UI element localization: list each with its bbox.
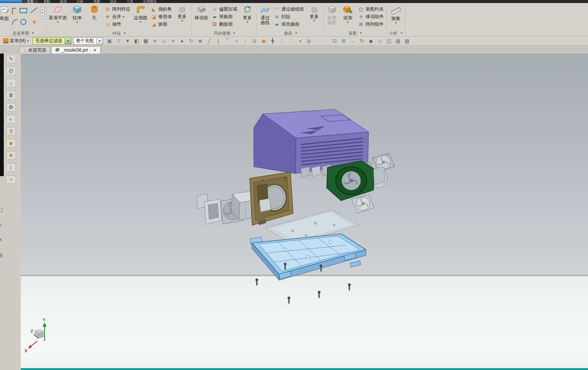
background-icon[interactable]: ▧ xyxy=(403,37,412,45)
datum-plane-button[interactable]: 基准平面▾ xyxy=(48,4,68,24)
touch-panel-icon[interactable]: ✶ xyxy=(6,175,16,184)
ribbon-tab-application[interactable]: 应用模块 xyxy=(138,0,162,3)
doc-tool-icon[interactable]: ▤ xyxy=(0,252,4,258)
select-body-icon[interactable]: ▦ xyxy=(141,37,150,45)
sketch-dropdown-bottom[interactable]: ▾ xyxy=(40,13,45,19)
sketch-button[interactable]: 草图 xyxy=(0,4,9,21)
arc-snap-icon[interactable]: ⌒ xyxy=(223,37,232,45)
assembly-navigator-icon[interactable]: ⌂ xyxy=(6,79,16,87)
ribbon-tab-analysis[interactable]: 分析 xyxy=(72,0,88,3)
circle-tool-icon[interactable]: ◯ xyxy=(0,206,4,213)
part-bottom-chassis[interactable] xyxy=(250,234,366,280)
sweep-button[interactable]: ≋扫掠 xyxy=(273,13,305,20)
through-curve-mesh-button[interactable]: ◠通过曲线组 xyxy=(273,6,305,13)
pattern-feature-button[interactable]: ⊞阵列特征 xyxy=(103,6,131,13)
reuse-library-icon[interactable]: ◐ xyxy=(6,115,16,123)
snapshot-icon[interactable]: ▣ xyxy=(105,37,114,45)
end-point-icon[interactable]: ╱ xyxy=(205,37,214,45)
sketch-tools-gallery[interactable]: ▾ ▾ xyxy=(10,4,45,26)
offset-region-button[interactable]: ▱偏置区域 xyxy=(210,6,238,13)
fit-window-icon[interactable]: ⊡ xyxy=(330,37,339,45)
show-hide-icon[interactable]: ∅ xyxy=(6,67,16,75)
rotate-view-icon[interactable]: ↻ xyxy=(357,37,366,45)
group-launcher-sync[interactable]: ▾ xyxy=(233,32,235,35)
tab-welcome-page[interactable]: ⌂ 欢迎页面 xyxy=(20,46,50,54)
note-tool-icon[interactable]: ✎ xyxy=(0,221,4,228)
shell-button[interactable]: ⊔抽壳 xyxy=(103,21,131,28)
menu-button[interactable]: 菜单(M)▾ xyxy=(2,37,31,45)
tangent-snap-icon[interactable]: ∶ xyxy=(286,37,295,45)
ribbon-tab-tools[interactable]: 工具 xyxy=(122,0,138,3)
web-browser-icon[interactable]: ■ xyxy=(6,139,16,147)
ribbon-tab-assembly[interactable]: 装配 xyxy=(39,0,55,3)
group-launcher-direct-sketch[interactable]: ▾ xyxy=(32,32,34,35)
selection-scope-dropdown-icon[interactable]: ▼ xyxy=(96,38,103,44)
draft-button[interactable]: ◢拔模 xyxy=(150,21,173,28)
through-curves-button[interactable]: 通过曲线 xyxy=(258,4,272,25)
feature-more-button[interactable]: ▤ 更多▾ xyxy=(174,4,190,23)
close-tool-icon[interactable]: ✕ xyxy=(0,236,4,243)
file-menu-button[interactable] xyxy=(0,0,22,3)
refresh-icon[interactable]: ↻ xyxy=(187,37,196,45)
hd3d-tools-icon[interactable]: ⇧ xyxy=(6,127,16,135)
face-snap-icon[interactable]: ◎ xyxy=(304,37,313,45)
view-section-icon[interactable]: ◫ xyxy=(384,37,394,45)
roles-brush-icon[interactable]: ✎ xyxy=(6,55,16,63)
move-component-button[interactable]: ✛移动组件 xyxy=(357,13,385,20)
group-launcher-feature[interactable]: ▾ xyxy=(124,32,125,35)
select-assembly-icon[interactable]: ≡ xyxy=(150,37,159,45)
part-navigator-icon[interactable]: ⚙ xyxy=(6,103,16,111)
mid-point-icon[interactable]: ∣ xyxy=(214,37,223,45)
shaded-display-icon[interactable]: ◆ xyxy=(366,37,375,45)
render-style-icon[interactable]: ▤ xyxy=(394,37,403,45)
point-constructor-icon[interactable]: ⊕ xyxy=(196,37,205,45)
unite-button[interactable]: ❖合并▾ xyxy=(103,13,131,20)
ribbon-tab-curve[interactable]: 曲线 xyxy=(55,0,72,3)
ribbon-tab-render[interactable]: 渲染 xyxy=(105,0,122,3)
half-shade-icon[interactable]: ◑ xyxy=(295,37,304,45)
trim-body-button[interactable]: ◪修剪体 xyxy=(150,13,173,20)
selection-filter-combo[interactable]: 无选择过滤器 ▼ xyxy=(32,37,71,45)
interpart-select-icon[interactable]: ◇ xyxy=(159,37,168,45)
selection-scope-combo[interactable]: 整个装配 ▼ xyxy=(73,37,103,45)
vertical-snap-icon[interactable]: ↑ xyxy=(241,37,250,45)
fill-surface-button[interactable]: ▰填充曲面 xyxy=(273,21,305,28)
ribbon-tab-home[interactable]: 主页 xyxy=(22,0,39,3)
pin-tab-icon[interactable]: ▫ xyxy=(90,48,91,52)
snap-point-toggle-icon[interactable]: ● xyxy=(177,37,187,45)
system-scenes-icon[interactable]: ↕ xyxy=(6,163,16,172)
move-face-button[interactable]: 移动面 xyxy=(193,4,210,20)
add-component-button[interactable]: 添加▾ xyxy=(340,4,356,24)
assembly-constraints-button[interactable]: ◫装配约束 xyxy=(357,6,385,13)
hole-button[interactable]: 孔 xyxy=(86,4,103,20)
graphics-viewport[interactable]: Y X Z xyxy=(21,54,588,370)
group-launcher-analysis[interactable]: ▾ xyxy=(401,32,402,35)
group-launcher-assembly[interactable]: ▾ xyxy=(360,32,361,35)
pattern-component-button[interactable]: ⊞阵列组件 xyxy=(357,21,385,28)
grid-snap-icon[interactable]: ╋ xyxy=(268,37,277,45)
constraint-navigator-icon[interactable]: ≣ xyxy=(6,91,16,99)
sync-more-button[interactable]: 更多▾ xyxy=(239,4,256,24)
selection-filter-dropdown-icon[interactable]: ▼ xyxy=(65,38,71,44)
spline-snap-icon[interactable]: ≈ xyxy=(232,37,241,45)
ribbon-tab-view[interactable]: 视图 xyxy=(88,0,105,3)
close-tab-icon[interactable]: ✕ xyxy=(93,48,96,53)
process-assembly-button[interactable]: 处理装配 xyxy=(325,4,339,25)
surface-more-button[interactable]: ▤ 更多▾ xyxy=(306,4,323,23)
measure-button[interactable]: 测量▾ xyxy=(387,4,404,25)
group-launcher-surface[interactable]: ▾ xyxy=(295,32,297,35)
type-filter-icon[interactable]: ▽ xyxy=(114,37,123,45)
pan-view-icon[interactable]: ↔ xyxy=(348,37,357,45)
part-front-bezel[interactable] xyxy=(250,172,293,225)
tab-part-model36[interactable]: _model36.prt ▫ ✕ xyxy=(51,46,100,54)
general-object-filter-icon[interactable]: ◧ xyxy=(132,37,141,45)
sketch-dropdown-top[interactable]: ▾ xyxy=(40,7,45,12)
replace-face-button[interactable]: ▰替换面 xyxy=(210,13,238,20)
center-snap-icon[interactable]: ⊙ xyxy=(250,37,259,45)
chamfer-button[interactable]: ◣倒斜角 xyxy=(150,6,173,13)
node-point-icon[interactable]: ◉ xyxy=(259,37,268,45)
zoom-window-icon[interactable]: ⊞ xyxy=(339,37,348,45)
part-small-block[interactable] xyxy=(259,198,271,212)
wireframe-display-icon[interactable]: ◇ xyxy=(375,37,384,45)
delete-face-button[interactable]: ☒删除面 xyxy=(210,21,238,28)
